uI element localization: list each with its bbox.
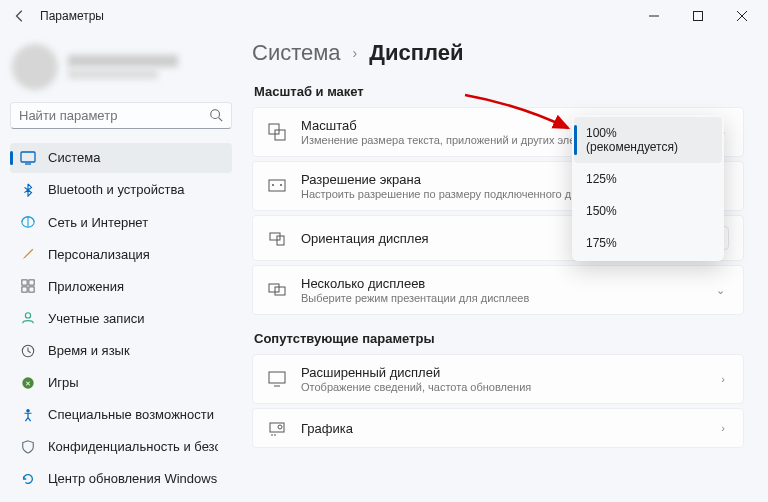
sidebar-item-label: Время и язык bbox=[48, 343, 130, 358]
card-title: Графика bbox=[301, 421, 703, 436]
chevron-down-icon: ⌄ bbox=[712, 284, 729, 297]
minimize-button[interactable] bbox=[632, 0, 676, 32]
search-input[interactable] bbox=[19, 108, 209, 123]
search-icon bbox=[209, 108, 223, 122]
apps-icon bbox=[20, 278, 36, 294]
card-multi-display[interactable]: Несколько дисплеевВыберите режим презент… bbox=[252, 265, 744, 315]
sidebar-item-privacy[interactable]: Конфиденциальность и безопасность bbox=[10, 432, 232, 462]
titlebar: Параметры bbox=[0, 0, 768, 32]
sidebar-item-accounts[interactable]: Учетные записи bbox=[10, 303, 232, 333]
maximize-button[interactable] bbox=[676, 0, 720, 32]
dropdown-option-150[interactable]: 150% bbox=[574, 195, 722, 227]
accessibility-icon bbox=[20, 407, 36, 423]
orientation-icon bbox=[267, 229, 287, 247]
sidebar-item-accessibility[interactable]: Специальные возможности bbox=[10, 400, 232, 430]
update-icon bbox=[20, 471, 36, 487]
search-box[interactable] bbox=[10, 102, 232, 129]
scale-dropdown: 100% (рекомендуется) 125% 150% 175% bbox=[572, 115, 724, 261]
dropdown-option-125[interactable]: 125% bbox=[574, 163, 722, 195]
breadcrumb-current: Дисплей bbox=[369, 40, 463, 66]
svg-point-30 bbox=[278, 425, 282, 429]
svg-point-20 bbox=[280, 184, 282, 186]
sidebar-item-time[interactable]: Время и язык bbox=[10, 335, 232, 365]
chevron-right-icon: › bbox=[717, 373, 729, 385]
sidebar-item-label: Приложения bbox=[48, 279, 124, 294]
back-button[interactable] bbox=[4, 0, 36, 32]
sidebar-item-label: Bluetooth и устройства bbox=[48, 182, 184, 197]
sidebar-item-label: Учетные записи bbox=[48, 311, 144, 326]
sidebar: Система Bluetooth и устройства Сеть и Ин… bbox=[0, 32, 240, 502]
sidebar-item-gaming[interactable]: ✕Игры bbox=[10, 368, 232, 398]
monitor-icon bbox=[267, 370, 287, 388]
sidebar-item-apps[interactable]: Приложения bbox=[10, 271, 232, 301]
svg-rect-10 bbox=[29, 287, 34, 292]
user-email bbox=[68, 69, 158, 79]
dropdown-option-175[interactable]: 175% bbox=[574, 227, 722, 259]
svg-rect-4 bbox=[21, 152, 35, 162]
card-desc: Отображение сведений, частота обновления bbox=[301, 381, 703, 393]
svg-rect-1 bbox=[694, 12, 703, 21]
window-title: Параметры bbox=[40, 9, 104, 23]
breadcrumb: Система › Дисплей bbox=[252, 40, 744, 66]
clock-icon bbox=[20, 343, 36, 359]
chevron-right-icon: › bbox=[353, 45, 358, 61]
svg-rect-17 bbox=[275, 130, 285, 140]
breadcrumb-parent[interactable]: Система bbox=[252, 40, 341, 66]
brush-icon bbox=[20, 246, 36, 262]
chevron-right-icon: › bbox=[717, 422, 729, 434]
section-scale-layout: Масштаб и макет bbox=[254, 84, 744, 99]
sidebar-item-label: Центр обновления Windows bbox=[48, 471, 217, 486]
svg-rect-25 bbox=[269, 372, 285, 383]
close-button[interactable] bbox=[720, 0, 764, 32]
card-advanced-display[interactable]: Расширенный дисплейОтображение сведений,… bbox=[252, 354, 744, 404]
card-title: Расширенный дисплей bbox=[301, 365, 703, 380]
svg-rect-7 bbox=[22, 280, 27, 285]
svg-rect-18 bbox=[269, 180, 285, 191]
network-icon bbox=[20, 214, 36, 230]
svg-point-2 bbox=[211, 110, 220, 119]
gaming-icon: ✕ bbox=[20, 375, 36, 391]
card-graphics[interactable]: Графика › bbox=[252, 408, 744, 448]
shield-icon bbox=[20, 439, 36, 455]
section-related: Сопутствующие параметры bbox=[254, 331, 744, 346]
sidebar-item-label: Сеть и Интернет bbox=[48, 215, 148, 230]
card-desc: Выберите режим презентации для дисплеев bbox=[301, 292, 698, 304]
accounts-icon bbox=[20, 310, 36, 326]
sidebar-item-system[interactable]: Система bbox=[10, 143, 232, 173]
card-title: Ориентация дисплея bbox=[301, 231, 612, 246]
svg-point-19 bbox=[272, 184, 274, 186]
sidebar-item-label: Специальные возможности bbox=[48, 407, 214, 422]
sidebar-item-label: Система bbox=[48, 150, 100, 165]
user-profile[interactable] bbox=[10, 40, 232, 100]
svg-text:✕: ✕ bbox=[25, 379, 31, 386]
card-title: Несколько дисплеев bbox=[301, 276, 698, 291]
sidebar-item-update[interactable]: Центр обновления Windows bbox=[10, 464, 232, 494]
multi-display-icon bbox=[267, 281, 287, 299]
sidebar-item-label: Персонализация bbox=[48, 247, 150, 262]
bluetooth-icon bbox=[20, 182, 36, 198]
content-area: Система › Дисплей Масштаб и макет Масшта… bbox=[240, 32, 768, 502]
sidebar-item-personalization[interactable]: Персонализация bbox=[10, 239, 232, 269]
graphics-icon bbox=[267, 419, 287, 437]
svg-rect-24 bbox=[275, 287, 285, 295]
svg-point-15 bbox=[26, 409, 30, 413]
svg-point-11 bbox=[25, 313, 30, 318]
scale-icon bbox=[267, 123, 287, 141]
sidebar-item-label: Игры bbox=[48, 375, 79, 390]
svg-rect-23 bbox=[269, 284, 279, 292]
svg-rect-9 bbox=[22, 287, 27, 292]
sidebar-item-bluetooth[interactable]: Bluetooth и устройства bbox=[10, 175, 232, 205]
system-icon bbox=[20, 150, 36, 166]
resolution-icon bbox=[267, 177, 287, 195]
avatar bbox=[12, 44, 58, 90]
svg-rect-8 bbox=[29, 280, 34, 285]
svg-line-3 bbox=[219, 118, 223, 122]
svg-rect-16 bbox=[269, 124, 279, 134]
dropdown-option-100[interactable]: 100% (рекомендуется) bbox=[574, 117, 722, 163]
sidebar-item-network[interactable]: Сеть и Интернет bbox=[10, 207, 232, 237]
sidebar-item-label: Конфиденциальность и безопасность bbox=[48, 439, 218, 454]
user-name bbox=[68, 55, 178, 67]
